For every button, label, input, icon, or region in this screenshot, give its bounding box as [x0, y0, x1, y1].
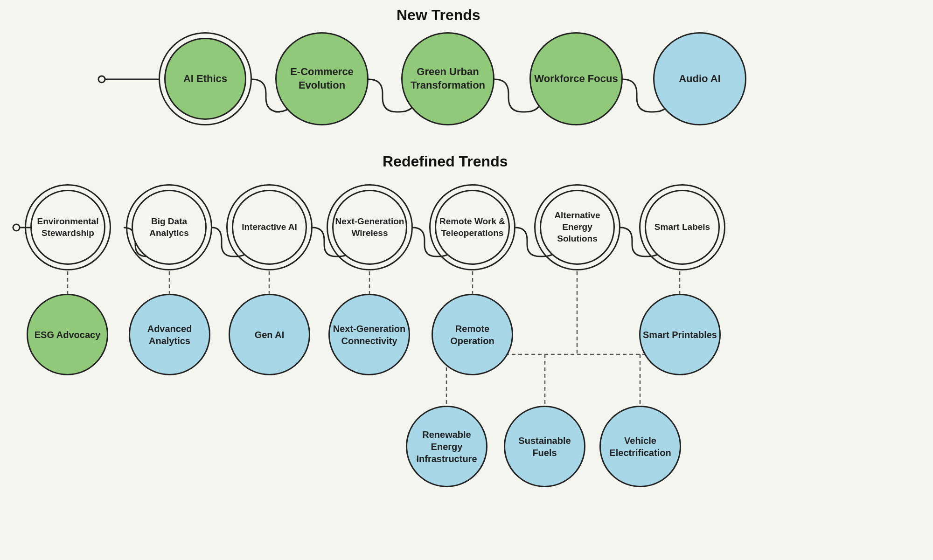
svg-point-0: [98, 76, 105, 83]
next-gen-conn-node[interactable]: Next-Generation Connectivity: [328, 294, 410, 375]
svg-point-2: [13, 224, 20, 231]
green-urban-node[interactable]: Green Urban Transformation: [401, 32, 494, 125]
adv-analytics-node[interactable]: Advanced Analytics: [129, 294, 210, 375]
alt-energy-node[interactable]: Alternative Energy Solutions: [534, 184, 620, 270]
smart-labels-node[interactable]: Smart Labels: [639, 184, 725, 270]
ecommerce-node[interactable]: E-Commerce Evolution: [275, 32, 369, 125]
env-stewardship-node[interactable]: Environmental Stewardship: [25, 184, 111, 270]
esg-node[interactable]: ESG Advocacy: [27, 294, 108, 375]
next-gen-wireless-node[interactable]: Next-Generation Wireless: [327, 184, 413, 270]
remote-op-node[interactable]: Remote Operation: [432, 294, 513, 375]
workforce-node[interactable]: Workforce Focus: [529, 32, 623, 125]
interactive-ai-node[interactable]: Interactive AI: [226, 184, 313, 270]
new-trends-title: New Trends: [397, 7, 480, 24]
gen-ai-node[interactable]: Gen AI: [229, 294, 310, 375]
sustainable-fuels-node[interactable]: Sustainable Fuels: [504, 406, 585, 487]
renewable-energy-node[interactable]: Renewable Energy Infrastructure: [406, 406, 487, 487]
smart-printables-node[interactable]: Smart Printables: [639, 294, 721, 375]
redefined-trends-title: Redefined Trends: [383, 153, 508, 170]
vehicle-electrification-node[interactable]: Vehicle Electrification: [599, 406, 681, 487]
diagram-container: New Trends Redefined Trends: [0, 0, 933, 560]
remote-work-node[interactable]: Remote Work & Teleoperations: [429, 184, 515, 270]
audio-ai-node[interactable]: Audio AI: [653, 32, 746, 125]
bigdata-node[interactable]: Big Data Analytics: [126, 184, 212, 270]
ai-ethics-node[interactable]: AI Ethics: [159, 32, 252, 125]
